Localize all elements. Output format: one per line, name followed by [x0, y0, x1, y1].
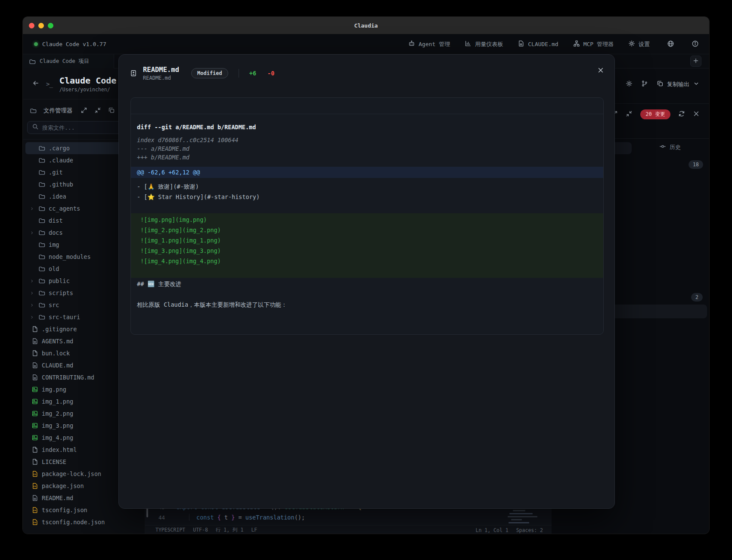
folder-icon — [38, 169, 45, 176]
folder-icon — [38, 302, 45, 308]
tree-item-label: public — [49, 277, 70, 284]
status-dot-icon — [34, 42, 38, 46]
close-panel-button[interactable] — [693, 110, 700, 118]
diff-hunk-header: @@ -62,6 +62,12 @@ — [131, 167, 603, 178]
tab-claude-code-project[interactable]: Claude Code 项目 — [23, 54, 114, 68]
minimap-bar — [509, 513, 533, 514]
tree-item-label: old — [49, 265, 59, 272]
diff-added-line: ![img_1.png](img_1.png) — [131, 235, 603, 246]
minimap-bar — [508, 516, 537, 517]
output-settings-button[interactable] — [626, 80, 633, 88]
status-item: TYPESCRIPT — [155, 527, 185, 533]
output-toolbar: 复制输出 — [626, 80, 700, 88]
diff-added-line — [131, 266, 603, 277]
tree-item-label: AGENTS.md — [42, 338, 73, 345]
info-icon — [692, 40, 699, 49]
diff-added-line: ![img.png](img.png) — [131, 215, 603, 225]
network-icon — [573, 40, 580, 48]
tree-item-tsconfig.node.json[interactable]: tsconfig.node.json — [25, 516, 142, 528]
status-right: Ln 1, Col 1Spaces: 2 — [476, 527, 543, 533]
file-icon — [31, 446, 38, 453]
modified-badge: Modified — [191, 68, 228, 78]
diff-added-block: ![img.png](img.png)![img_2.png](img_2.pn… — [131, 213, 603, 278]
chevron-right-icon — [30, 279, 35, 283]
tree-item-label: .gitignore — [42, 326, 77, 333]
tree-item-label: LICENSE — [42, 458, 66, 465]
status-item: Spaces: 2 — [516, 527, 543, 533]
toolbar-nav-doc[interactable]: CLAUDE.md — [518, 40, 558, 48]
collapse-panel-button[interactable] — [94, 107, 101, 115]
copy-icon — [657, 80, 664, 88]
image-icon — [31, 398, 38, 405]
tree-item-label: img_3.png — [42, 422, 73, 429]
diff-context-line: - [⭐ Star History](#-star-history) — [131, 192, 603, 202]
toolbar-nav-gear[interactable]: 设置 — [628, 40, 650, 48]
json-icon — [31, 470, 38, 477]
back-arrow-icon — [32, 80, 39, 88]
chevron-right-icon — [30, 206, 35, 211]
expand-icon — [81, 107, 87, 115]
gear-icon — [626, 80, 633, 88]
folder-icon — [38, 157, 45, 164]
copy-output-button[interactable]: 复制输出 — [657, 80, 700, 88]
image-icon — [31, 386, 38, 393]
chevron-right-icon — [30, 291, 35, 296]
git-branch-button[interactable] — [641, 80, 648, 88]
tree-item-label: docs — [49, 229, 63, 236]
desktop: Claudia Claude Code v1.0.77 Agent 管理用量仪表… — [0, 0, 732, 560]
folder-icon — [38, 289, 45, 296]
diff-added-line: ![img_2.png](img_2.png) — [131, 225, 603, 235]
folder-icon — [38, 314, 45, 320]
tree-item-label: img — [49, 241, 59, 248]
tree-item-label: CONTRIBUTING.md — [42, 374, 94, 381]
folder-icon — [38, 229, 45, 236]
additions-count: +6 — [249, 70, 256, 77]
minimize-panel-button[interactable] — [626, 110, 633, 118]
tree-item-label: img_2.png — [42, 410, 73, 417]
md-icon — [31, 362, 38, 369]
folder-icon — [30, 107, 37, 114]
tree-item-label: img.png — [42, 386, 66, 393]
plus-icon — [692, 57, 699, 65]
diff-lines: - [🙏 致谢](#-致谢)- [⭐ Star History](#-star-… — [131, 181, 603, 310]
new-tab-button[interactable] — [690, 56, 701, 67]
status-item: Ln 1, Col 1 — [476, 527, 509, 533]
folder-icon — [38, 181, 45, 188]
code-line-44[interactable]: 44const { t } = useTranslation(); — [145, 512, 507, 523]
folder-icon — [38, 217, 45, 224]
line-number: 44 — [145, 514, 169, 521]
history-tab[interactable]: 历史 — [659, 143, 681, 151]
toolbar-nav-chart[interactable]: 用量仪表板 — [465, 40, 503, 48]
tree-item-label: dist — [49, 217, 63, 224]
selected-change-row[interactable] — [612, 305, 707, 318]
info-button[interactable] — [692, 40, 699, 49]
titlebar: Claudia — [23, 17, 709, 34]
status-item: LF — [251, 527, 257, 533]
search-icon — [32, 123, 39, 132]
panel-divider — [600, 103, 709, 104]
project-path: /Users/yovinchen/ — [59, 87, 116, 93]
globe-icon — [667, 40, 674, 49]
toolbar-nav-network[interactable]: MCP 管理器 — [573, 40, 614, 48]
tree-item-label: package-lock.json — [42, 470, 101, 477]
file-changes-badge: 2 — [691, 293, 703, 302]
terminal-prompt-icon: >_ — [46, 81, 53, 87]
back-button[interactable] — [32, 80, 39, 88]
expand-panel-button[interactable] — [81, 107, 87, 115]
md-icon — [31, 495, 38, 501]
md-icon — [31, 338, 38, 345]
tree-item-label: tsconfig.json — [42, 507, 87, 513]
agent-icon — [408, 40, 415, 48]
globe-button[interactable] — [667, 40, 674, 49]
tree-item-label: CLAUDE.md — [42, 362, 73, 369]
copy-path-button[interactable] — [108, 107, 115, 115]
tree-item-label: .git — [49, 169, 63, 176]
close-modal-button[interactable] — [597, 67, 604, 75]
toolbar-nav-agent[interactable]: Agent 管理 — [408, 40, 450, 48]
chart-icon — [465, 40, 471, 48]
json-icon — [31, 482, 38, 489]
refresh-button[interactable] — [678, 110, 685, 118]
diff-context-line: - [🙏 致谢](#-致谢) — [131, 181, 603, 192]
chevron-right-icon — [30, 315, 35, 320]
file-icon — [31, 458, 38, 465]
